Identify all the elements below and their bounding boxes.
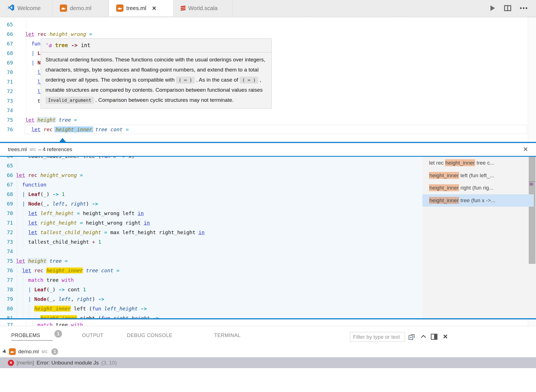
panel-tab-problems[interactable]: PROBLEMS [11,333,40,338]
line-number: 81 [0,313,13,318]
code-line-74[interactable]: 74 [0,247,422,256]
scala-icon [181,6,185,10]
code-line-66[interactable]: 66let rec height_wrong = [0,170,422,180]
code-text: count_nodes_inner tree (fun x -> x) [16,157,135,161]
error-message: Error: Unbound module Js [36,360,99,366]
tab-label: World.scala [188,5,217,11]
line-number: 66 [0,170,13,180]
reference-match-highlight: height_inner [445,159,475,166]
code-line-69[interactable]: 69 | Node(_, left, right) -> [0,199,422,209]
run-icon[interactable] [489,5,496,11]
line-number: 75 [0,115,13,125]
code-text: let tallest_child_height = max left_heig… [16,228,205,237]
camel-icon [116,4,123,12]
code-text: | Node(_, left, right) -> [16,294,104,304]
close-panel-icon[interactable]: ✕ [442,333,449,340]
line-number: 74 [0,247,13,256]
code-line-75[interactable]: 75let height tree = [0,256,422,266]
problems-filter [350,332,405,342]
code-text: tallest_child_height + 1 [16,237,101,247]
line-number: 66 [0,29,13,39]
reference-item[interactable]: height_inner tree (fun x ->... [422,194,534,207]
code-line-77[interactable]: 77 match tree with [0,275,422,285]
code-text: height_inner right (fun right_height -> [16,313,159,318]
code-text: match tree with [25,320,83,326]
bottom-panel: PROBLEMS1OUTPUTDEBUG CONSOLETERMINAL ✕ d… [0,326,536,392]
problems-group-row[interactable]: demo.ml src 1 [0,346,536,357]
code-line-78[interactable]: 78 | Leaf(_) -> cont 1 [0,285,422,294]
reference-match-highlight: height_inner [429,197,459,204]
peek-close-icon[interactable]: ✕ [523,146,528,153]
reference-item[interactable]: let rec height_inner tree c... [422,157,534,169]
problems-badge: 1 [54,330,62,338]
indent-guide [26,20,26,29]
tab-label: trees.ml [126,5,146,11]
code-line-76[interactable]: 76 let rec height_inner tree cont = [0,125,536,134]
panel-tab-terminal[interactable]: TERMINAL [214,333,240,338]
code-line-79[interactable]: 79 | Node(_, left, right) -> [0,294,422,304]
code-line-73[interactable]: 73 tallest_child_height + 1 [0,237,422,247]
line-number: 78 [0,285,13,294]
line-number: 75 [0,256,13,266]
code-line-67[interactable]: 67 function [0,180,422,190]
panel-tab-output[interactable]: OUTPUT [82,333,103,338]
code-line-65[interactable]: 65 [0,20,536,29]
reference-item[interactable]: height_inner right (fun rig... [422,182,534,194]
code-line-81[interactable]: 81 height_inner right (fun right_height … [0,313,422,318]
code-text: height_inner left (fun left_height -> [16,304,147,313]
code-editor[interactable]: 6566let rec height_wrong =67 function68 … [0,16,536,326]
code-text: let left_height = height_wrong left in [16,209,144,218]
code-text: let rec height_inner tree cont = [16,266,120,275]
hover-documentation: Structural ordering functions. These fun… [41,52,271,108]
code-line-80[interactable]: 80 height_inner left (fun left_height -> [0,304,422,313]
more-actions-icon[interactable] [520,7,528,9]
error-position: (3, 10) [101,360,117,366]
line-number: 80 [0,304,13,313]
filter-input[interactable] [350,332,405,342]
tab-close-icon[interactable]: ✕ [152,5,156,11]
reference-match-highlight: height_inner [429,172,459,179]
peek-references-list: let rec height_inner tree c...height_inn… [422,157,536,318]
code-line-72[interactable]: 72 let tallest_child_height = max left_h… [0,228,422,237]
line-number: 73 [0,237,13,247]
code-line-76[interactable]: 76 let rec height_inner tree cont = [0,266,422,275]
expand-twisty-icon[interactable] [2,349,7,354]
line-number: 65 [0,161,13,170]
tab-trees-ml[interactable]: trees.ml✕ [109,0,173,16]
hover-tooltip: 'a tree -> int Structural ordering funct… [41,38,272,109]
maximize-panel-icon[interactable] [430,333,438,340]
code-line-66[interactable]: 66let rec height_wrong = [0,29,536,39]
panel-tab-debug-console[interactable]: DEBUG CONSOLE [127,333,172,338]
ocaml-file-icon [9,348,16,355]
peek-title-meta: – 4 references [38,146,72,153]
line-number: 67 [0,39,13,49]
tabs-container: Welcomedemo.mltrees.ml✕World.scala [0,0,233,16]
code-line-71[interactable]: 71 let right_height = height_wrong right… [0,218,422,228]
problems-file-name: demo.ml [18,349,39,355]
tab-demo-ml[interactable]: demo.ml [52,0,109,16]
error-icon: ✕ [8,360,14,366]
code-text: let height tree = [16,256,68,266]
collapse-all-icon[interactable] [408,333,415,340]
code-line-64[interactable]: 64 count_nodes_inner tree (fun x -> x) [0,157,422,161]
reference-item[interactable]: height_inner left (fun left_... [422,169,534,182]
split-editor-icon[interactable] [504,5,511,11]
line-number: 65 [0,20,13,29]
code-line-65[interactable]: 65 [0,161,422,170]
code-line-77[interactable]: 77 match tree with [0,320,536,326]
peek-body: 64 count_nodes_inner tree (fun x -> x)65… [0,157,536,318]
tab-world-scala[interactable]: World.scala [173,0,233,16]
line-number: 72 [0,228,13,237]
code-line-75[interactable]: 75let height tree = [0,115,536,125]
code-line-70[interactable]: 70 let left_height = height_wrong left i… [0,209,422,218]
code-line-68[interactable]: 68 | Leaf(_) -> 1 [0,190,422,199]
problem-error-row[interactable]: ✕ [merlin] Error: Unbound module Js (3, … [0,357,536,368]
line-number: 76 [0,125,13,134]
line-number: 70 [0,209,13,218]
editor-actions [489,0,536,16]
tab-welcome[interactable]: Welcome [0,0,52,16]
peek-bottom-border [0,318,536,319]
editor-tab-bar: Welcomedemo.mltrees.ml✕World.scala [0,0,536,16]
chevron-up-icon[interactable] [420,333,427,340]
peek-code-editor[interactable]: 64 count_nodes_inner tree (fun x -> x)65… [0,157,422,318]
